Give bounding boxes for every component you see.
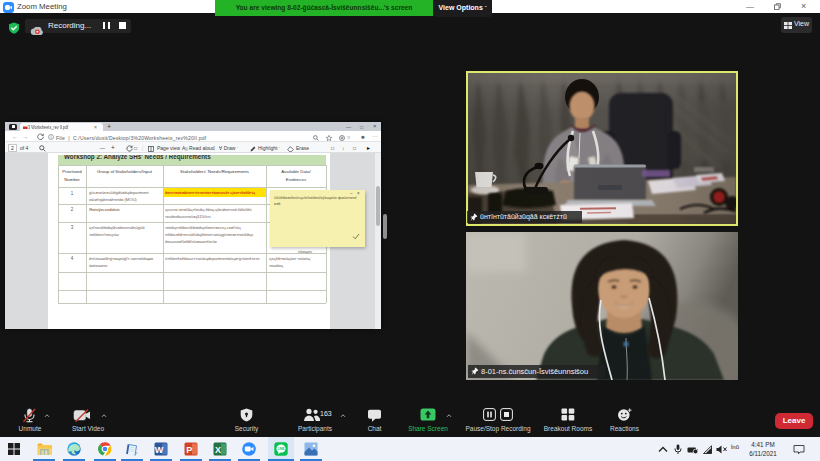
svg-text:X: X [215,445,221,455]
svg-text:P: P [186,445,192,455]
svg-text:LINE: LINE [278,447,285,451]
svg-text:W: W [155,445,164,455]
